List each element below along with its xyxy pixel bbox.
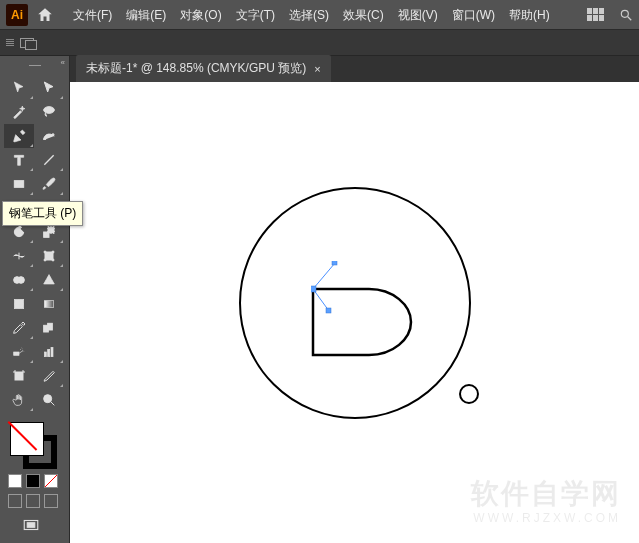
symbol-sprayer-tool[interactable] (4, 340, 34, 364)
svg-rect-24 (48, 349, 50, 356)
color-mode-color[interactable] (8, 474, 22, 488)
mesh-tool[interactable] (4, 292, 34, 316)
svg-line-36 (313, 289, 329, 311)
close-icon[interactable]: × (314, 63, 320, 75)
column-graph-tool[interactable] (34, 340, 64, 364)
toolbox-grip-icon[interactable] (0, 60, 69, 70)
slice-tool[interactable] (34, 364, 64, 388)
free-transform-tool[interactable] (34, 244, 64, 268)
toolbox: « (0, 56, 70, 543)
menu-view[interactable]: 视图(V) (391, 0, 445, 30)
color-mode-row (8, 474, 69, 488)
svg-point-3 (44, 138, 46, 140)
svg-rect-34 (27, 523, 35, 528)
svg-rect-21 (48, 323, 53, 330)
svg-rect-25 (51, 347, 53, 356)
svg-line-1 (628, 16, 632, 20)
svg-rect-9 (45, 252, 53, 260)
menu-file[interactable]: 文件(F) (66, 0, 119, 30)
tab-bar: 未标题-1* @ 148.85% (CMYK/GPU 预览) × (70, 56, 639, 82)
menu-effect[interactable]: 效果(C) (336, 0, 391, 30)
watermark-sub: WWW.RJZXW.COM (471, 511, 621, 525)
draw-mode-row (8, 494, 69, 508)
home-icon[interactable] (36, 6, 54, 24)
artwork (239, 187, 471, 419)
svg-rect-23 (44, 352, 46, 357)
control-bar (0, 30, 639, 56)
color-mode-none[interactable] (44, 474, 58, 488)
menu-bar: Ai 文件(F) 编辑(E) 对象(O) 文字(T) 选择(S) 效果(C) 视… (0, 0, 639, 30)
svg-rect-8 (48, 227, 55, 234)
width-tool[interactable] (4, 244, 34, 268)
rectangle-tool[interactable] (4, 172, 34, 196)
line-segment-tool[interactable] (34, 148, 64, 172)
svg-point-2 (44, 107, 55, 114)
pen-tool-tooltip: 钢笔工具 (P) (2, 201, 83, 226)
svg-point-4 (52, 134, 54, 136)
draw-inside[interactable] (44, 494, 58, 508)
svg-rect-6 (14, 181, 23, 188)
draw-normal[interactable] (8, 494, 22, 508)
panel-grip-icon[interactable] (6, 35, 14, 51)
draw-behind[interactable] (26, 494, 40, 508)
type-tool[interactable] (4, 148, 34, 172)
tab-label: 未标题-1* @ 148.85% (CMYK/GPU 预览) (86, 60, 306, 77)
document-tab[interactable]: 未标题-1* @ 148.85% (CMYK/GPU 预览) × (76, 55, 331, 82)
svg-rect-39 (326, 308, 331, 313)
lasso-tool[interactable] (34, 100, 64, 124)
svg-rect-19 (44, 301, 53, 308)
small-circle-shape[interactable] (459, 384, 479, 404)
outer-circle-shape[interactable] (239, 187, 471, 419)
menu-window[interactable]: 窗口(W) (445, 0, 502, 30)
selection-tool[interactable] (4, 76, 34, 100)
search-icon[interactable] (619, 8, 633, 22)
document-setup-icon[interactable] (20, 38, 34, 48)
svg-rect-38 (332, 261, 337, 265)
zoom-tool[interactable] (34, 388, 64, 412)
app-logo: Ai (6, 4, 28, 26)
screen-mode-tool[interactable] (22, 518, 69, 535)
svg-line-35 (313, 263, 335, 289)
menu-select[interactable]: 选择(S) (282, 0, 336, 30)
gradient-tool[interactable] (34, 292, 64, 316)
menu-edit[interactable]: 编辑(E) (119, 0, 173, 30)
fill-swatch[interactable] (10, 422, 44, 456)
menu-type[interactable]: 文字(T) (229, 0, 282, 30)
menu-help[interactable]: 帮助(H) (502, 0, 557, 30)
direct-selection-tool[interactable] (34, 76, 64, 100)
pen-tool[interactable] (4, 124, 34, 148)
collapse-icon[interactable]: « (61, 58, 65, 67)
svg-point-10 (44, 251, 46, 253)
blend-tool[interactable] (34, 316, 64, 340)
fill-stroke-swatch[interactable] (10, 422, 60, 466)
perspective-grid-tool[interactable] (34, 268, 64, 292)
paintbrush-tool[interactable] (34, 172, 64, 196)
svg-line-32 (51, 402, 54, 405)
svg-rect-22 (14, 352, 19, 355)
svg-rect-37 (311, 286, 316, 292)
svg-point-13 (52, 259, 54, 261)
d-shape[interactable] (311, 261, 413, 357)
svg-point-31 (44, 395, 52, 403)
svg-point-0 (621, 10, 628, 17)
color-mode-gradient[interactable] (26, 474, 40, 488)
svg-rect-26 (15, 372, 23, 380)
svg-point-15 (18, 277, 25, 284)
watermark-main: 软件自学网 (471, 475, 621, 513)
svg-point-11 (52, 251, 54, 253)
hand-tool[interactable] (4, 388, 34, 412)
canvas[interactable]: 软件自学网 WWW.RJZXW.COM (70, 82, 639, 543)
curvature-tool[interactable] (34, 124, 64, 148)
svg-point-12 (44, 259, 46, 261)
artboard-tool[interactable] (4, 364, 34, 388)
shape-builder-tool[interactable] (4, 268, 34, 292)
menu-object[interactable]: 对象(O) (173, 0, 228, 30)
workspace-switcher-icon[interactable] (587, 8, 605, 22)
magic-wand-tool[interactable] (4, 100, 34, 124)
document-area: 未标题-1* @ 148.85% (CMYK/GPU 预览) × (70, 56, 639, 543)
svg-line-5 (44, 155, 53, 164)
watermark: 软件自学网 WWW.RJZXW.COM (471, 475, 621, 525)
eyedropper-tool[interactable] (4, 316, 34, 340)
